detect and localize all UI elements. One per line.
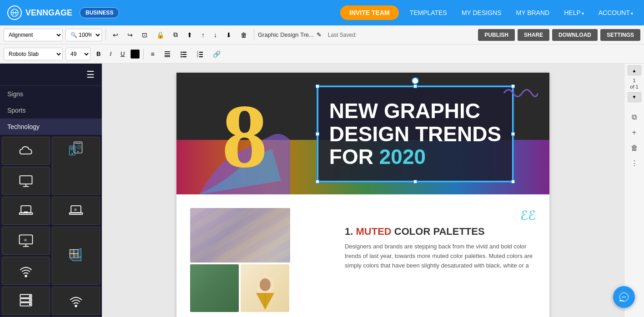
move-down-bottom-button[interactable]: ⬇ (223, 29, 235, 41)
chat-bubble[interactable] (613, 286, 635, 308)
svg-rect-34 (24, 212, 28, 213)
move-down-button[interactable]: ↓ (211, 29, 220, 41)
crop-button[interactable]: ⊡ (139, 29, 151, 41)
svg-rect-11 (182, 56, 186, 57)
svg-rect-4 (165, 55, 170, 56)
svg-rect-5 (165, 56, 170, 57)
svg-rect-46 (74, 254, 78, 258)
text-color-swatch[interactable] (131, 50, 140, 59)
divider-2 (254, 30, 254, 40)
duplicate-page-button[interactable]: ⧉ (628, 110, 641, 124)
more-options-button[interactable]: ⋮ (628, 157, 641, 170)
bullet-list-button[interactable] (177, 48, 191, 60)
delete-button[interactable]: 🗑 (237, 29, 250, 41)
svg-rect-43 (70, 250, 74, 254)
svg-rect-9 (182, 54, 186, 55)
svg-rect-13 (199, 52, 203, 53)
text-spacing-button[interactable] (161, 48, 174, 60)
font-family-select[interactable]: Roboto Slab (4, 48, 63, 60)
font-size-select[interactable]: 49 (65, 48, 91, 60)
svg-point-8 (181, 54, 182, 55)
icon-wifi2[interactable] (52, 287, 100, 315)
sidebar: ☰ Signs Sports Technology (0, 64, 102, 317)
account-chevron-icon: ▾ (631, 11, 633, 16)
svg-rect-15 (199, 54, 203, 55)
edit-title-icon[interactable]: ✎ (317, 31, 322, 38)
swirl-decoration: ℰℰ (345, 208, 536, 223)
sidebar-item-technology[interactable]: Technology (0, 119, 102, 135)
copy-button[interactable]: ⧉ (170, 29, 181, 41)
page-indicator: 1 of 1 (630, 77, 638, 90)
align-left-button[interactable]: ≡ (147, 48, 157, 60)
images-area (190, 208, 336, 312)
sidebar-item-signs[interactable]: Signs (0, 86, 102, 102)
top-navigation: VENNGAGE BUSINESS INVITE TEAM TEMPLATES … (0, 0, 644, 25)
bold-button[interactable]: B (93, 48, 104, 60)
svg-point-53 (75, 305, 77, 307)
svg-rect-17 (199, 56, 203, 57)
move-up-small-button[interactable]: ↑ (198, 29, 208, 41)
icon-monitor[interactable] (2, 167, 50, 195)
document-title: Graphic Design Tre... (258, 31, 314, 38)
share-button[interactable]: SHARE (518, 29, 549, 41)
numbered-list-button[interactable]: 1. 2. 3. (193, 48, 207, 60)
italic-button[interactable]: I (106, 48, 115, 60)
design-bottom-section: ℰℰ 1. MUTED COLOR PALETTES Designers and… (176, 194, 549, 317)
page-up-button[interactable]: ▲ (628, 65, 641, 75)
last-saved-label: Last Saved: (328, 32, 357, 38)
design-title-box[interactable]: NEW GRAPHIC DESIGN TRENDS FOR 2020 (317, 86, 513, 182)
svg-rect-37 (70, 213, 83, 215)
alignment-select[interactable]: Alignment (4, 29, 63, 41)
main-area: ☰ Signs Sports Technology (0, 64, 644, 317)
undo-button[interactable]: ↩ (110, 29, 121, 41)
icon-laptop-mac[interactable] (2, 197, 50, 225)
publish-button[interactable]: PUBLISH (478, 29, 515, 41)
link-button[interactable]: 🔗 (210, 48, 224, 60)
design-top-section[interactable]: 8 NEW GRAPHIC DESIGN TRENDS FOR 2020 (176, 73, 549, 194)
icon-grid: ⊞ ⊞ (0, 135, 102, 317)
design-number: 8 (222, 91, 267, 182)
icon-3d-cube[interactable] (52, 227, 100, 285)
svg-point-52 (30, 304, 31, 305)
move-up-button[interactable]: ⬆ (184, 29, 196, 41)
editor-toolbar: Alignment 🔍 100% ↩ ↪ ⊡ 🔒 ⧉ ⬆ ↑ ↓ ⬇ 🗑 Gra… (0, 25, 644, 45)
invite-team-button[interactable]: INVITE TEAM (340, 5, 399, 20)
rotate-handle[interactable] (412, 77, 419, 84)
muted-body-text: Designers and brands are stepping back f… (345, 242, 536, 270)
settings-button[interactable]: SETTINGS (600, 29, 640, 41)
my-brand-link[interactable]: MY BRAND (513, 9, 553, 16)
page-down-button[interactable]: ▼ (628, 92, 641, 102)
svg-rect-2 (165, 51, 170, 52)
icon-mobile-devices[interactable] (52, 137, 100, 195)
svg-text:⊞: ⊞ (74, 208, 77, 212)
icon-cloud[interactable] (2, 137, 50, 165)
help-link[interactable]: HELP▾ (560, 9, 588, 16)
templates-link[interactable]: TEMPLATES (406, 9, 451, 16)
svg-rect-7 (182, 52, 186, 53)
svg-rect-33 (20, 213, 33, 215)
svg-rect-18 (20, 176, 32, 184)
sidebar-item-sports[interactable]: Sports (0, 102, 102, 119)
design-text-area: ℰℰ 1. MUTED COLOR PALETTES Designers and… (345, 208, 536, 312)
divider-3 (143, 49, 144, 59)
my-designs-link[interactable]: MY DESIGNS (458, 9, 505, 16)
lock-button[interactable]: 🔒 (153, 29, 167, 41)
download-button[interactable]: DOWNLOAD (552, 29, 598, 41)
underline-button[interactable]: U (117, 48, 128, 60)
add-page-button[interactable]: + (628, 126, 641, 139)
muted-heading: 1. MUTED COLOR PALETTES (345, 226, 536, 238)
zoom-select[interactable]: 🔍 100% (65, 29, 102, 41)
small-images (190, 264, 336, 312)
icon-wifi[interactable] (2, 257, 50, 285)
account-link[interactable]: ACCOUNT▾ (595, 9, 637, 16)
wave-decoration (502, 82, 538, 106)
delete-page-button[interactable]: 🗑 (628, 141, 641, 155)
icon-server-rack[interactable] (2, 287, 50, 315)
svg-point-100 (260, 278, 271, 291)
redo-button[interactable]: ↪ (124, 29, 136, 41)
hamburger-menu[interactable]: ☰ (0, 64, 102, 86)
business-badge[interactable]: BUSINESS (80, 7, 119, 18)
icon-laptop-win[interactable]: ⊞ (52, 197, 100, 225)
svg-rect-45 (70, 254, 74, 258)
icon-monitor-win[interactable]: ⊞ (2, 227, 50, 255)
